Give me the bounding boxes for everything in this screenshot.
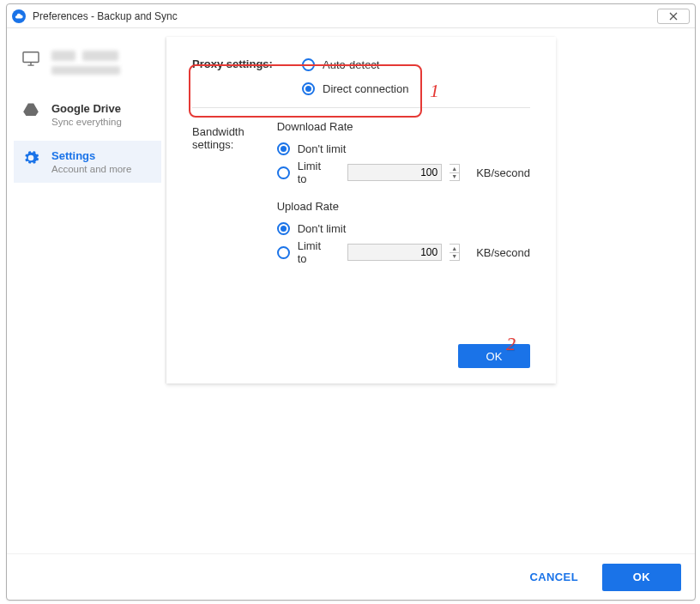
radio-label: Auto-detect: [323, 58, 380, 71]
upload-rate-heading: Upload Rate: [277, 200, 530, 213]
unit-label: KB/second: [476, 166, 530, 179]
sidebar-item-subtitle: Account and more: [51, 164, 131, 174]
window-title: Preferences - Backup and Sync: [33, 10, 178, 22]
sidebar-item-settings[interactable]: Settings Account and more: [14, 141, 161, 183]
radio-label: Limit to: [298, 160, 326, 185]
divider: [192, 107, 530, 108]
svg-marker-1: [23, 104, 39, 116]
body: Google Drive Sync everything Settings Ac…: [7, 28, 695, 600]
blurred-text: [51, 66, 120, 75]
footer: CANCEL OK: [7, 553, 695, 600]
radio-download-dont-limit[interactable]: [277, 142, 290, 155]
drive-icon: [21, 102, 41, 116]
gear-icon: [21, 149, 41, 166]
cancel-button[interactable]: CANCEL: [529, 571, 578, 583]
sidebar: Google Drive Sync everything Settings Ac…: [14, 35, 161, 552]
blurred-text: [51, 51, 75, 61]
titlebar: Preferences - Backup and Sync: [7, 4, 695, 28]
sidebar-item-computer[interactable]: [14, 35, 161, 83]
sidebar-item-label: Settings: [51, 149, 131, 162]
upload-limit-input[interactable]: [347, 244, 442, 261]
ok-button[interactable]: OK: [602, 564, 681, 591]
radio-download-limit-to[interactable]: [277, 166, 290, 179]
radio-auto-detect[interactable]: [302, 58, 315, 71]
preferences-window: Preferences - Backup and Sync: [6, 3, 696, 601]
panel-ok-button[interactable]: OK: [458, 344, 530, 368]
sidebar-item-subtitle: Sync everything: [51, 117, 122, 127]
radio-upload-limit-to[interactable]: [277, 246, 290, 259]
radio-label: Don't limit: [298, 142, 347, 155]
download-limit-input[interactable]: [347, 164, 442, 181]
settings-panel: Proxy settings: Auto-detect Direct conne…: [166, 37, 556, 384]
sidebar-item-label: Google Drive: [51, 102, 122, 115]
upload-limit-spinner[interactable]: ▲▼: [450, 244, 460, 261]
blurred-text: [82, 51, 118, 61]
unit-label: KB/second: [476, 246, 530, 259]
radio-upload-dont-limit[interactable]: [277, 222, 290, 235]
radio-direct-connection[interactable]: [302, 82, 315, 95]
app-cloud-icon: [12, 9, 26, 23]
close-button[interactable]: [657, 9, 690, 24]
proxy-settings-label: Proxy settings:: [192, 52, 302, 70]
radio-label: Limit to: [298, 239, 326, 265]
bandwidth-settings-label: Bandwidth settings:: [192, 120, 277, 151]
radio-label: Don't limit: [298, 222, 347, 235]
download-rate-heading: Download Rate: [277, 120, 530, 133]
monitor-icon: [21, 51, 41, 66]
close-icon: [668, 12, 679, 21]
radio-label: Direct connection: [323, 82, 408, 95]
download-limit-spinner[interactable]: ▲▼: [450, 164, 460, 181]
svg-rect-0: [23, 52, 39, 63]
sidebar-item-google-drive[interactable]: Google Drive Sync everything: [14, 94, 161, 136]
